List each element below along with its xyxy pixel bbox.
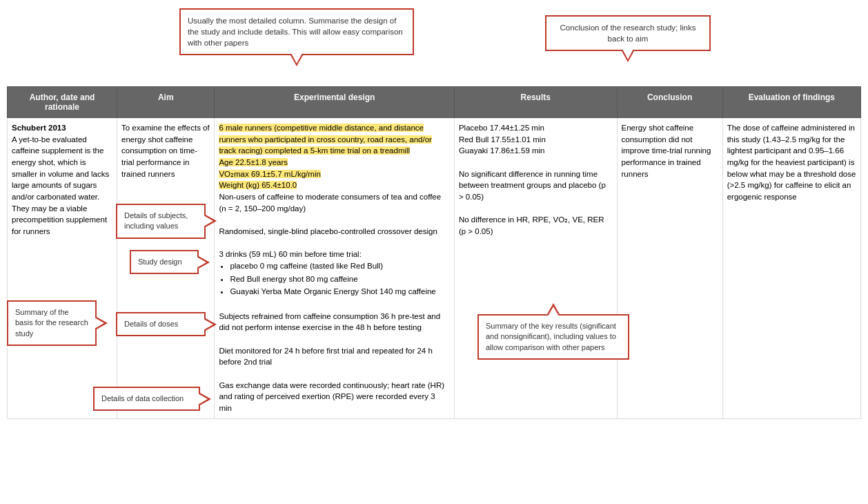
design-randomised: Randomised, single-blind placebo-control…: [219, 227, 437, 235]
result-guayaki: Guayaki 17.86±1.59 min: [459, 146, 545, 155]
page-wrapper: Usually the most detailed column. Summar…: [0, 0, 868, 426]
header-eval: Evaluation of findings: [722, 87, 860, 118]
tooltip-study-design: Study design: [130, 250, 199, 274]
tooltip-subjects: Details of subjects, including values: [116, 204, 206, 239]
rationale-text: A yet-to-be evaluated caffeine supplemen…: [12, 135, 109, 235]
tooltip-summary-basis: Summary of the basis for the research st…: [7, 300, 97, 346]
result-placebo: Placebo 17.44±1.25 min: [459, 124, 544, 132]
cell-results: Placebo 17.44±1.25 min Red Bull 17.55±1.…: [454, 118, 617, 419]
header-aim: Aim: [117, 87, 215, 118]
drink-item-2: Red Bull energy shot 80 mg caffeine: [230, 273, 450, 285]
cell-conclusion: Energy shot caffeine consumption did not…: [617, 118, 722, 419]
author-name: Schubert 2013: [12, 124, 66, 132]
tooltip-conclusion: Conclusion of the research study; links …: [545, 15, 711, 51]
table-header-row: Author, date and rationale Aim Experimen…: [8, 87, 861, 118]
header-results: Results: [454, 87, 617, 118]
design-age: Age 22.5±1.8 years: [219, 158, 288, 166]
header-design: Experimental design: [215, 87, 455, 118]
design-caffeine: Non-users of caffeine to moderate consum…: [219, 193, 441, 213]
design-weight: Weight (kg) 65.4±10.0: [219, 181, 297, 189]
header-conclusion: Conclusion: [617, 87, 722, 118]
aim-text: To examine the effects of energy shot ca…: [121, 124, 210, 178]
tooltip-data-collection: Details of data collection: [93, 387, 200, 411]
result-redbull: Red Bull 17.55±1.01 min: [459, 135, 546, 144]
cell-eval: The dose of caffeine administered in thi…: [722, 118, 860, 419]
tooltip-experimental-design: Usually the most detailed column. Summar…: [179, 8, 414, 55]
design-drinks: 3 drinks (59 mL) 60 min before time tria…: [219, 250, 361, 258]
result-no-diff: No difference in HR, RPE, VO₂, VE, RER (…: [459, 215, 604, 235]
tooltip-doses: Details of doses: [116, 312, 206, 336]
header-author: Author, date and rationale: [8, 87, 117, 118]
conclusion-text: Energy shot caffeine consumption did not…: [622, 124, 711, 178]
drink-item-1: placebo 0 mg caffeine (tasted like Red B…: [230, 260, 450, 272]
design-vo2: VO₂max 69.1±5.7 mL/kg/min: [219, 170, 320, 178]
eval-text: The dose of caffeine administered in thi…: [727, 124, 856, 201]
design-gas: Gas exchange data were recorded continuo…: [219, 381, 444, 412]
cell-author: Schubert 2013 A yet-to-be evaluated caff…: [8, 118, 117, 419]
design-diet: Diet monitored for 24 h before first tri…: [219, 347, 432, 367]
design-highlight-text: 6 male runners (competitive middle dista…: [219, 124, 432, 155]
tooltip-key-results: Summary of the key results (significant …: [477, 314, 629, 360]
cell-design: 6 male runners (competitive middle dista…: [215, 118, 455, 419]
design-drinks-list: placebo 0 mg caffeine (tasted like Red B…: [227, 260, 450, 298]
design-subjects: Subjects refrained from caffeine consump…: [219, 312, 440, 332]
result-no-sig: No significant difference in running tim…: [459, 170, 606, 201]
drink-item-3: Guayaki Yerba Mate Organic Energy Shot 1…: [230, 286, 450, 298]
